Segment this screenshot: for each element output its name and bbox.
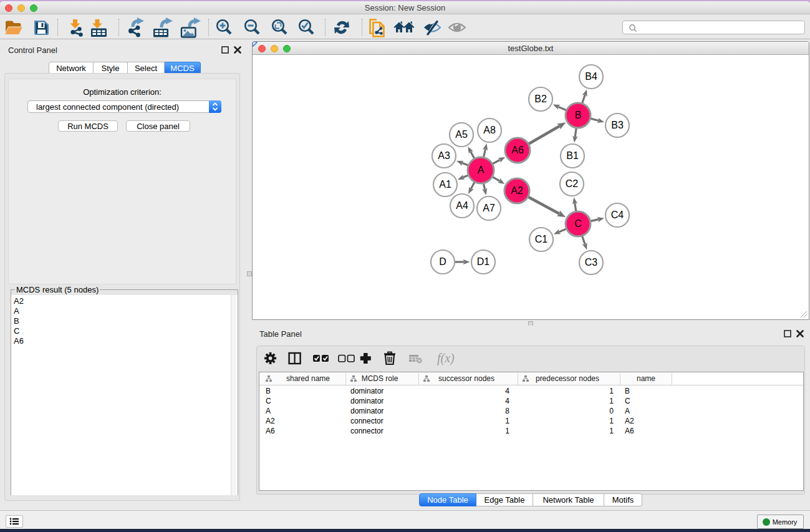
svg-text:B4: B4 — [585, 71, 597, 82]
svg-text:C3: C3 — [585, 257, 598, 268]
svg-text:successor nodes: successor nodes — [438, 374, 494, 383]
svg-text:MCDS role: MCDS role — [362, 374, 398, 383]
svg-text:C2: C2 — [566, 178, 579, 189]
svg-text:A: A — [478, 165, 485, 175]
svg-text:dominator: dominator — [350, 387, 383, 395]
svg-text:A1: A1 — [439, 179, 451, 190]
svg-text:C: C — [266, 397, 271, 405]
svg-text:A: A — [266, 407, 271, 415]
svg-text:A4: A4 — [456, 200, 468, 211]
svg-text:B: B — [266, 387, 271, 395]
svg-text:A6: A6 — [625, 427, 634, 435]
svg-text:0: 0 — [609, 407, 614, 415]
svg-text:B3: B3 — [611, 120, 624, 130]
svg-text:dominator: dominator — [350, 397, 383, 405]
svg-text:shared name: shared name — [286, 374, 330, 383]
svg-text:A2: A2 — [511, 185, 523, 196]
svg-text:1: 1 — [505, 427, 509, 435]
svg-text:1: 1 — [505, 417, 509, 425]
svg-text:A6: A6 — [511, 145, 524, 155]
svg-text:D: D — [439, 256, 446, 267]
svg-text:1: 1 — [609, 397, 614, 405]
svg-text:name: name — [637, 374, 655, 383]
svg-text:C4: C4 — [611, 210, 624, 220]
svg-text:C: C — [625, 397, 630, 405]
svg-text:4: 4 — [505, 397, 509, 405]
svg-text:1: 1 — [609, 427, 614, 435]
svg-text:dominator: dominator — [350, 407, 383, 415]
svg-text:A2: A2 — [266, 417, 275, 425]
svg-text:C: C — [574, 218, 582, 229]
svg-text:B1: B1 — [566, 150, 579, 161]
svg-text:connector: connector — [350, 417, 383, 425]
svg-text:B: B — [575, 110, 582, 120]
svg-text:f(x): f(x) — [437, 351, 455, 365]
svg-text:A3: A3 — [438, 150, 450, 161]
svg-text:A5: A5 — [455, 129, 468, 140]
svg-text:A7: A7 — [483, 203, 495, 213]
svg-text:predecessor nodes: predecessor nodes — [536, 374, 599, 383]
svg-text:A: A — [625, 407, 630, 415]
svg-text:4: 4 — [505, 387, 509, 395]
svg-text:1: 1 — [609, 417, 614, 425]
svg-text:connector: connector — [350, 427, 383, 435]
svg-text:A8: A8 — [483, 125, 496, 135]
svg-text:1: 1 — [609, 387, 614, 395]
svg-text:B2: B2 — [534, 94, 547, 104]
svg-text:C1: C1 — [535, 234, 548, 244]
svg-text:B: B — [625, 387, 630, 395]
svg-text:D1: D1 — [477, 256, 490, 267]
svg-text:8: 8 — [505, 407, 509, 415]
svg-text:A2: A2 — [625, 417, 634, 425]
svg-text:A6: A6 — [266, 427, 275, 435]
